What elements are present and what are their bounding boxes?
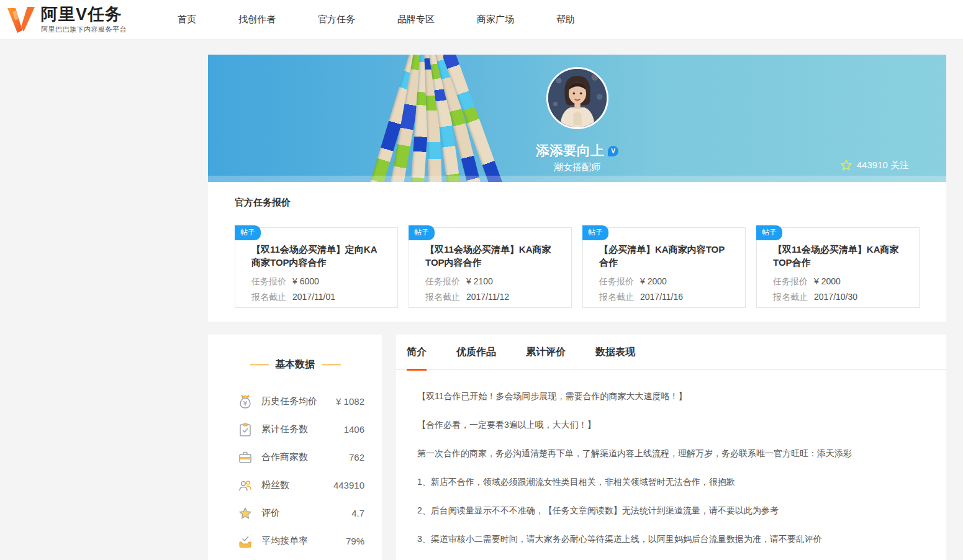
deadline-label: 报名截止 xyxy=(251,292,286,302)
deadline-value: 2017/11/01 xyxy=(292,292,335,302)
tasks-section-title: 官方任务报价 xyxy=(235,197,920,209)
stat-value: 4.7 xyxy=(351,508,364,518)
intro-paragraph: 【合作必看，一定要看3遍以上哦，大大们！】 xyxy=(417,418,925,431)
money-bag-icon xyxy=(238,394,253,409)
star-icon xyxy=(840,159,852,171)
people-icon xyxy=(238,478,253,493)
task-card[interactable]: 帖子 【双11会场必买清单】定向KA商家TOP内容合作 任务报价¥ 6000 报… xyxy=(235,227,398,308)
price-label: 任务报价 xyxy=(425,276,460,286)
stat-label: 历史任务均价 xyxy=(261,395,336,407)
stat-row-completion-rate: 平均完成率 54% xyxy=(238,555,364,560)
stat-row-total-tasks: 累计任务数 1406 xyxy=(238,415,364,443)
site-subtitle: 阿里巴巴旗下内容服务平台 xyxy=(41,25,127,34)
clipboard-check-icon xyxy=(238,422,253,437)
stat-value: 1406 xyxy=(344,424,364,435)
stat-row-rating: 评价 4.7 xyxy=(238,499,364,527)
task-title: 【双11会场必买清单】KA商家TOP内容合作 xyxy=(425,243,560,269)
deadline-label: 报名截止 xyxy=(599,292,634,302)
stat-row-accept-rate: 平均接单率 79% xyxy=(238,527,364,555)
follow-button[interactable]: 443910 关注 xyxy=(840,159,909,171)
task-title: 【双11会场必买清单】定向KA商家TOP内容合作 xyxy=(251,243,386,269)
tab-cumulative-reviews[interactable]: 累计评价 xyxy=(526,335,566,369)
briefcase-icon xyxy=(238,450,253,465)
price-value: ¥ 2000 xyxy=(814,276,841,286)
deadline-label: 报名截止 xyxy=(773,292,808,302)
price-label: 任务报价 xyxy=(773,276,808,286)
post-tag-badge: 帖子 xyxy=(409,225,435,240)
nav-item-official-tasks[interactable]: 官方任务 xyxy=(297,14,376,25)
price-label: 任务报价 xyxy=(599,276,634,286)
official-tasks-panel: 官方任务报价 帖子 【双11会场必买清单】定向KA商家TOP内容合作 任务报价¥… xyxy=(208,182,946,322)
task-cards: 帖子 【双11会场必买清单】定向KA商家TOP内容合作 任务报价¥ 6000 报… xyxy=(235,227,920,308)
stat-row-partner-merchants: 合作商家数 762 xyxy=(238,443,364,471)
intro-paragraph: 第一次合作的商家，务必沟通清楚再下单，了解渠道内容上线流程，理解万岁，务必联系唯… xyxy=(417,447,925,459)
profile-detail-panel: 简介 优质作品 累计评价 数据表现 【双11合作已开始！多会场同步展现，需要合作… xyxy=(396,335,946,560)
stat-value: 79% xyxy=(346,536,364,546)
price-value: ¥ 6000 xyxy=(292,276,319,286)
star-rating-icon xyxy=(238,506,253,521)
nav-item-find-creators[interactable]: 找创作者 xyxy=(217,14,297,25)
post-tag-badge: 帖子 xyxy=(756,225,782,240)
detail-tabs: 简介 优质作品 累计评价 数据表现 xyxy=(396,335,946,370)
task-card[interactable]: 帖子 【双11会场必买清单】KA商家TOP内容合作 任务报价¥ 2100 报名截… xyxy=(409,227,572,308)
task-title: 【双11会场必买清单】KA商家TOP合作 xyxy=(773,243,908,269)
intro-paragraph: 1、新店不合作，领域必须跟潮流女性类目相关，非相关领域暂时无法合作，很抱歉 xyxy=(417,476,925,488)
site-logo[interactable]: 阿里V任务 阿里巴巴旗下内容服务平台 xyxy=(6,5,127,34)
task-title: 【必买清单】KA商家内容TOP合作 xyxy=(599,243,734,269)
top-header: 阿里V任务 阿里巴巴旗下内容服务平台 首页 找创作者 官方任务 品牌专区 商家广… xyxy=(0,0,963,40)
nav-item-brand-zone[interactable]: 品牌专区 xyxy=(376,14,456,25)
deadline-label: 报名截止 xyxy=(425,292,460,302)
tab-intro[interactable]: 简介 xyxy=(407,335,427,369)
post-tag-badge: 帖子 xyxy=(235,225,261,240)
basic-data-panel: ——基本数据—— 历史任务均价 ¥ 1082 xyxy=(208,335,382,560)
price-value: ¥ 2000 xyxy=(640,276,667,286)
intro-content: 【双11合作已开始！多会场同步展现，需要合作的商家大大速度咯！】 【合作必看，一… xyxy=(396,370,946,560)
deadline-value: 2017/11/16 xyxy=(640,292,683,302)
price-label: 任务报价 xyxy=(251,276,286,286)
deadline-value: 2017/10/30 xyxy=(814,292,857,302)
v-logo-icon xyxy=(6,6,36,34)
followers-count: 443910 关注 xyxy=(857,160,909,171)
inbox-check-icon xyxy=(238,534,253,549)
tab-quality-works[interactable]: 优质作品 xyxy=(456,335,496,369)
intro-paragraph: 2、后台阅读量显示不不不准确，【任务文章阅读数】无法统计到渠道流量，请不要以此为… xyxy=(417,504,925,517)
stat-row-fans: 粉丝数 443910 xyxy=(238,471,364,499)
stat-label: 合作商家数 xyxy=(261,451,349,463)
stat-value: 762 xyxy=(349,452,364,463)
price-value: ¥ 2100 xyxy=(466,276,493,286)
avatar xyxy=(546,67,608,129)
profile-category: 潮女搭配师 xyxy=(208,161,946,173)
profile-banner: 添添要向上V 潮女搭配师 443910 关注 xyxy=(208,55,946,182)
stat-label: 累计任务数 xyxy=(261,423,344,435)
profile-name: 添添要向上 xyxy=(536,143,604,158)
nav-item-merchant-plaza[interactable]: 商家广场 xyxy=(456,14,535,25)
stat-row-avg-price: 历史任务均价 ¥ 1082 xyxy=(238,387,364,415)
dash-decoration: —— xyxy=(322,359,340,369)
stat-value: 443910 xyxy=(333,480,364,490)
task-card[interactable]: 帖子 【必买清单】KA商家内容TOP合作 任务报价¥ 2000 报名截止2017… xyxy=(582,227,746,308)
intro-paragraph: 【双11合作已开始！多会场同步展现，需要合作的商家大大速度咯！】 xyxy=(417,390,925,402)
basic-data-title: ——基本数据—— xyxy=(208,358,382,371)
stat-label: 粉丝数 xyxy=(261,479,333,491)
intro-paragraph: 3、渠道审核小二需要时间，请大家务必耐心等待渠道上线，以阿里妈妈后台流量数据为准… xyxy=(417,533,925,545)
deadline-value: 2017/11/12 xyxy=(466,292,509,302)
stat-label: 评价 xyxy=(261,507,351,519)
nav-item-help[interactable]: 帮助 xyxy=(535,14,596,25)
nav-item-home[interactable]: 首页 xyxy=(156,14,217,25)
main-nav: 首页 找创作者 官方任务 品牌专区 商家广场 帮助 xyxy=(156,14,596,25)
tab-data-performance[interactable]: 数据表现 xyxy=(595,335,635,369)
verified-badge-icon: V xyxy=(608,146,618,156)
stat-label: 平均接单率 xyxy=(261,535,346,547)
site-title: 阿里V任务 xyxy=(41,5,127,24)
dash-decoration: —— xyxy=(250,359,268,369)
task-card[interactable]: 帖子 【双11会场必买清单】KA商家TOP合作 任务报价¥ 2000 报名截止2… xyxy=(756,227,920,308)
stat-value: ¥ 1082 xyxy=(336,396,364,407)
post-tag-badge: 帖子 xyxy=(582,225,608,240)
